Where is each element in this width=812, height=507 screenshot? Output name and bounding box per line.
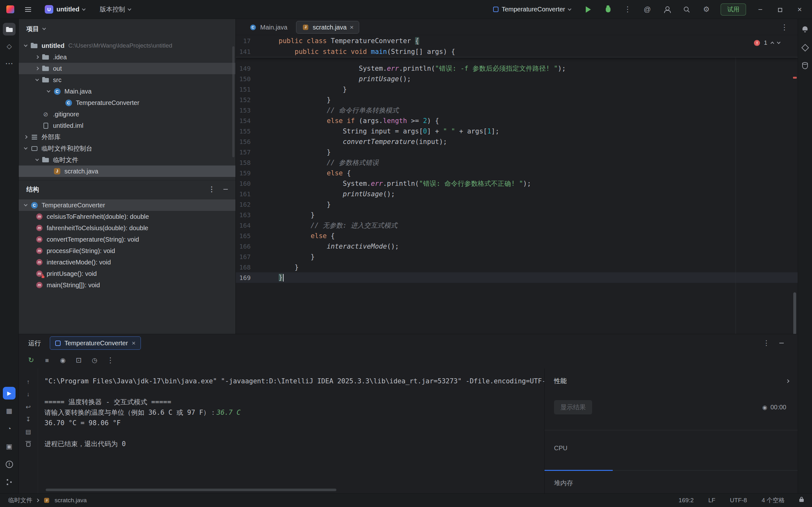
up-icon[interactable] xyxy=(24,378,32,386)
tab-main-java[interactable]: Main.java xyxy=(243,21,293,34)
chevron-down-icon[interactable] xyxy=(21,45,30,46)
problems-icon[interactable] xyxy=(3,458,15,470)
code-line[interactable]: 168} xyxy=(236,262,798,272)
vcs-widget[interactable]: 版本控制 xyxy=(96,3,134,16)
chevron-down-icon[interactable] xyxy=(777,40,780,44)
structure-root-row[interactable]: TemperatureConverter xyxy=(19,200,236,211)
window-maximize-button[interactable] xyxy=(774,5,785,14)
notifications-icon[interactable] xyxy=(799,23,811,36)
code-with-me-icon[interactable] xyxy=(662,4,672,15)
code-line[interactable]: 17public class TemperatureConverter { xyxy=(236,36,798,46)
profile-icon[interactable] xyxy=(90,355,99,365)
run-button[interactable] xyxy=(583,4,594,15)
code-line[interactable]: 159else { xyxy=(236,168,798,178)
code-line[interactable]: 162} xyxy=(236,199,798,210)
run-icon[interactable] xyxy=(3,387,15,399)
chevron-right-icon[interactable] xyxy=(33,67,42,70)
code-line[interactable]: 141public static void main(String[] args… xyxy=(236,46,798,57)
code-area[interactable]: 149System.err.println("错误: -f 参数后必须指定文件路… xyxy=(236,57,798,283)
chevron-right-icon[interactable] xyxy=(786,379,789,383)
editor-scrollbar[interactable] xyxy=(793,292,796,334)
tree-row[interactable]: untitled.iml xyxy=(19,120,236,131)
tree-row[interactable]: TemperatureConverter xyxy=(19,97,236,108)
chevron-down-icon[interactable] xyxy=(33,159,42,160)
structure-item[interactable]: processFile(String): void xyxy=(19,245,236,257)
chevron-right-icon[interactable] xyxy=(21,136,30,138)
chevron-up-icon[interactable] xyxy=(770,42,774,45)
debug-button[interactable] xyxy=(603,4,613,15)
structure-more-icon[interactable]: ⋮ xyxy=(208,185,215,193)
more-icon[interactable] xyxy=(3,57,15,70)
tab-scratch-java[interactable]: scratch.java xyxy=(296,21,359,34)
tree-row[interactable]: scratch.java xyxy=(19,166,236,177)
services-icon[interactable] xyxy=(3,405,15,417)
code-line[interactable]: 164// 无参数: 进入交互式模式 xyxy=(236,220,798,230)
chevron-down-icon[interactable] xyxy=(42,26,46,30)
stop-icon[interactable] xyxy=(42,355,52,365)
tree-row[interactable]: 临时文件 xyxy=(19,154,236,166)
run-config-tab[interactable]: TemperatureConverter xyxy=(50,336,141,350)
commit-icon[interactable] xyxy=(3,40,15,53)
project-icon[interactable] xyxy=(3,23,15,36)
more-icon[interactable] xyxy=(106,355,115,365)
profiler-icon[interactable] xyxy=(3,422,15,435)
code-line[interactable]: 155String input = args[0] + " " + args[1… xyxy=(236,126,798,136)
project-widget[interactable]: U untitled xyxy=(42,3,88,16)
search-everywhere-icon[interactable] xyxy=(681,4,692,15)
run-config-widget[interactable]: TemperatureConverter xyxy=(490,3,574,16)
show-results-button[interactable]: 显示结果 xyxy=(554,400,592,414)
chevron-down-icon[interactable] xyxy=(33,79,42,80)
tree-row[interactable]: untitledC:\Users\MrWang\IdeaProjects\unt… xyxy=(19,40,236,51)
snapshot-icon[interactable] xyxy=(58,355,67,365)
line-ending[interactable]: LF xyxy=(708,497,715,504)
caret-position[interactable]: 169:2 xyxy=(679,497,694,504)
project-scrollbar[interactable] xyxy=(232,46,235,157)
code-line[interactable]: 167} xyxy=(236,251,798,262)
trial-badge[interactable]: 试用 xyxy=(721,3,746,15)
down-icon[interactable] xyxy=(24,390,32,399)
settings-gear-icon[interactable]: ⚙ xyxy=(701,4,712,15)
console-hscrollbar[interactable] xyxy=(46,489,336,491)
file-encoding[interactable]: UTF-8 xyxy=(730,497,747,504)
code-line[interactable]: 158// 参数格式错误 xyxy=(236,157,798,168)
clear-icon[interactable] xyxy=(24,440,32,448)
main-menu-icon[interactable] xyxy=(22,4,33,15)
version-control-icon[interactable] xyxy=(3,475,15,488)
chevron-down-icon[interactable] xyxy=(21,205,30,206)
tree-row[interactable]: Main.java xyxy=(19,86,236,97)
ai-prompt-icon[interactable]: @ xyxy=(642,4,653,15)
close-icon[interactable] xyxy=(350,23,353,31)
code-line[interactable]: 163} xyxy=(236,210,798,220)
tabs-more-icon[interactable]: ⋮ xyxy=(780,23,788,32)
code-line[interactable]: 153// 命令行单条转换模式 xyxy=(236,105,798,115)
structure-item[interactable]: convertTemperature(String): void xyxy=(19,234,236,245)
terminal-icon[interactable] xyxy=(3,440,15,453)
window-minimize-button[interactable]: − xyxy=(755,5,766,14)
code-line[interactable]: 151} xyxy=(236,84,798,95)
code-line[interactable]: 150printUsage(); xyxy=(236,73,798,84)
ai-assistant-icon[interactable] xyxy=(799,41,811,54)
structure-item[interactable]: celsiusToFahrenheit(double): double xyxy=(19,211,236,222)
tree-row[interactable]: .idea xyxy=(19,51,236,63)
breadcrumb-item[interactable]: 临时文件 xyxy=(8,496,32,504)
rerun-icon[interactable] xyxy=(26,355,36,365)
code-line[interactable]: 154else if (args.length >= 2) { xyxy=(236,115,798,126)
indent-style[interactable]: 4 个空格 xyxy=(762,496,785,504)
close-icon[interactable] xyxy=(132,339,136,347)
softwrap-icon[interactable] xyxy=(24,403,32,411)
tree-row[interactable]: .gitignore xyxy=(19,108,236,120)
tree-row[interactable]: src xyxy=(19,74,236,86)
print-icon[interactable] xyxy=(24,428,32,436)
code-line[interactable]: 161printUsage(); xyxy=(236,189,798,199)
readonly-lock-icon[interactable] xyxy=(799,499,804,502)
code-line[interactable]: 152} xyxy=(236,95,798,105)
tree-row[interactable]: out xyxy=(19,63,236,74)
dump-icon[interactable] xyxy=(74,355,84,365)
run-more-icon[interactable]: ⋮ xyxy=(763,339,770,347)
scrollend-icon[interactable] xyxy=(24,415,32,423)
tree-row[interactable]: 临时文件和控制台 xyxy=(19,143,236,154)
error-stripe-mark[interactable] xyxy=(793,77,797,79)
chevron-down-icon[interactable] xyxy=(44,91,53,92)
structure-item[interactable]: printUsage(): void xyxy=(19,268,236,279)
tree-row[interactable]: 外部库 xyxy=(19,131,236,143)
